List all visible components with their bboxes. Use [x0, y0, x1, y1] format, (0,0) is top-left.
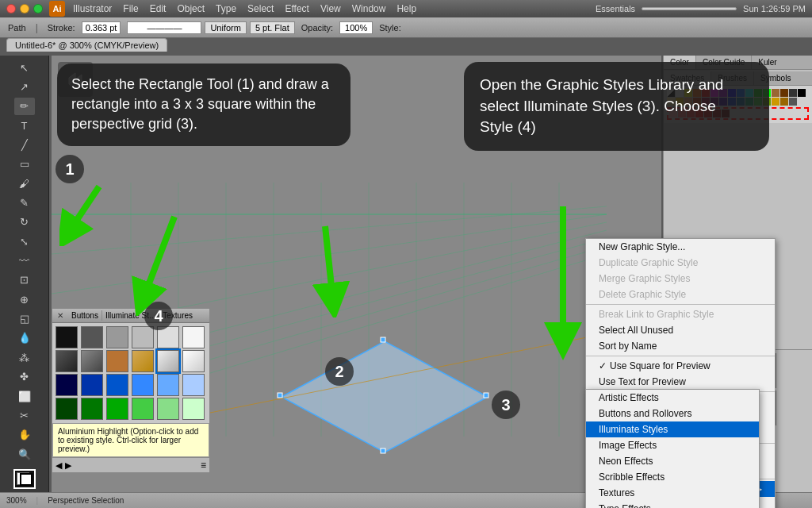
step-number-3: 3: [492, 391, 520, 419]
uniform-dropdown[interactable]: Uniform: [205, 21, 247, 34]
lib-illuminate[interactable]: Illuminate Styles: [586, 421, 759, 437]
close-button[interactable]: [6, 4, 16, 13]
menu-object[interactable]: Object: [177, 3, 205, 14]
gs-swatch[interactable]: [132, 326, 154, 348]
menu-break-link: Break Link to Graphic Style: [586, 306, 775, 322]
opacity-value[interactable]: 100%: [339, 21, 373, 34]
gs-nav-right[interactable]: ▶: [65, 460, 71, 471]
swatch-darkgray[interactable]: [789, 89, 797, 97]
gs-swatch[interactable]: [106, 326, 128, 348]
stroke-value[interactable]: 0.363 pt: [82, 21, 121, 34]
gs-swatch[interactable]: [56, 326, 78, 348]
gradient-tool[interactable]: ◱: [14, 310, 35, 327]
gs-swatch[interactable]: [157, 398, 179, 420]
free-transform-tool[interactable]: ⊡: [14, 271, 35, 289]
flat-dropdown[interactable]: 5 pt. Flat: [250, 21, 295, 34]
menu-text-preview[interactable]: Use Text for Preview: [586, 374, 775, 390]
symbol-sprayer[interactable]: ✤: [14, 368, 35, 386]
gs-swatch-selected[interactable]: [157, 350, 179, 372]
warp-tool[interactable]: 〰: [14, 252, 35, 269]
search-box[interactable]: [642, 7, 737, 10]
pencil-tool[interactable]: ✎: [14, 194, 35, 211]
gs-swatch[interactable]: [106, 350, 128, 372]
gs-swatch[interactable]: [132, 398, 154, 420]
gs-swatch[interactable]: [182, 374, 205, 396]
lib-neon[interactable]: Neon Effects: [586, 453, 759, 469]
swatch-brown[interactable]: [772, 89, 779, 97]
lib-scribble[interactable]: Scribble Effects: [586, 469, 759, 485]
menu-select-unused[interactable]: Select All Unused: [586, 322, 775, 338]
fill-stroke[interactable]: [13, 469, 36, 489]
hand-tool[interactable]: ✋: [14, 426, 35, 444]
gs-tab-buttons[interactable]: Buttons: [68, 310, 102, 321]
style-label: Style:: [376, 23, 404, 33]
zoom-tool[interactable]: 🔍: [14, 445, 35, 463]
gs-swatch[interactable]: [132, 374, 154, 396]
gs-swatch[interactable]: [106, 398, 128, 420]
menu-illustrator[interactable]: Illustrator: [73, 3, 112, 14]
minimize-button[interactable]: [20, 4, 29, 13]
gs-swatch[interactable]: [81, 326, 103, 348]
gs-swatch[interactable]: [56, 374, 78, 396]
slice-tool[interactable]: ✂: [14, 406, 35, 424]
eyedropper-tool[interactable]: 💧: [14, 329, 35, 347]
swatch-darkbrown[interactable]: [780, 89, 788, 97]
stroke-line[interactable]: ————: [127, 21, 201, 34]
paintbrush-tool[interactable]: 🖌: [14, 175, 35, 192]
gs-swatch[interactable]: [56, 350, 78, 372]
lib-artistic[interactable]: Artistic Effects: [586, 390, 759, 406]
gs-swatch[interactable]: [106, 374, 128, 396]
document-tab[interactable]: Untitled-6* @ 300% (CMYK/Preview): [6, 38, 167, 52]
menu-square-preview[interactable]: Use Square for Preview: [586, 358, 775, 374]
swatch-black[interactable]: [798, 89, 806, 97]
gs-close[interactable]: ✕: [57, 311, 63, 320]
swatch-16[interactable]: [789, 98, 797, 106]
swatch-15[interactable]: [780, 98, 788, 106]
gs-swatch[interactable]: [56, 398, 78, 420]
gs-swatch[interactable]: [182, 350, 205, 372]
gs-swatch[interactable]: [81, 374, 103, 396]
artboard-tool[interactable]: ⬜: [14, 387, 35, 405]
lib-type[interactable]: Type Effects: [586, 501, 759, 508]
stroke-label: Stroke:: [44, 23, 79, 33]
menu-window[interactable]: Window: [352, 3, 386, 14]
gs-menu-icon[interactable]: ≡: [201, 460, 206, 471]
gs-nav-left[interactable]: ◀: [56, 460, 62, 471]
rectangle-tool[interactable]: ▭: [14, 156, 35, 173]
swatch-14[interactable]: [772, 98, 779, 106]
selection-tool[interactable]: ↖: [14, 59, 35, 76]
shape-builder-tool[interactable]: ⊕: [14, 291, 35, 308]
menu-help[interactable]: Help: [396, 3, 416, 14]
type-tool[interactable]: T: [14, 117, 35, 134]
rotate-tool[interactable]: ↻: [14, 214, 35, 231]
gs-swatch[interactable]: [182, 326, 205, 348]
traffic-lights[interactable]: [6, 4, 43, 13]
menu-edit[interactable]: Edit: [150, 3, 167, 14]
gs-swatch[interactable]: [81, 350, 103, 372]
blend-tool[interactable]: ⁂: [14, 348, 35, 366]
menu-type[interactable]: Type: [216, 3, 236, 14]
gs-swatch[interactable]: [81, 398, 103, 420]
lib-buttons[interactable]: Buttons and Rollovers: [586, 406, 759, 421]
gs-panel: ✕ Buttons Illuminate St... Textures: [52, 308, 210, 473]
current-tool: Perspective Selection: [48, 496, 124, 505]
menu-select[interactable]: Select: [247, 3, 274, 14]
direct-selection-tool[interactable]: ↗: [14, 78, 35, 95]
menu-new-style[interactable]: New Graphic Style...: [586, 239, 775, 255]
gs-swatch[interactable]: [157, 374, 179, 396]
app-logo: Ai: [49, 1, 65, 17]
zoom-button[interactable]: [33, 4, 43, 13]
menu-file[interactable]: File: [123, 3, 138, 14]
pen-tool[interactable]: ✏: [14, 98, 35, 115]
menu-effect[interactable]: Effect: [285, 3, 308, 14]
lib-textures[interactable]: Textures: [586, 485, 759, 501]
gs-swatch[interactable]: [182, 398, 205, 420]
line-tool[interactable]: ╱: [14, 136, 35, 153]
essentials-label: Essentials: [596, 4, 635, 13]
title-bar-right: Essentials Sun 1:26:59 PM: [596, 4, 806, 13]
menu-view[interactable]: View: [320, 3, 341, 14]
scale-tool[interactable]: ⤡: [14, 233, 35, 250]
menu-sort-name[interactable]: Sort by Name: [586, 338, 775, 354]
gs-swatch[interactable]: [132, 350, 154, 372]
lib-image[interactable]: Image Effects: [586, 437, 759, 453]
